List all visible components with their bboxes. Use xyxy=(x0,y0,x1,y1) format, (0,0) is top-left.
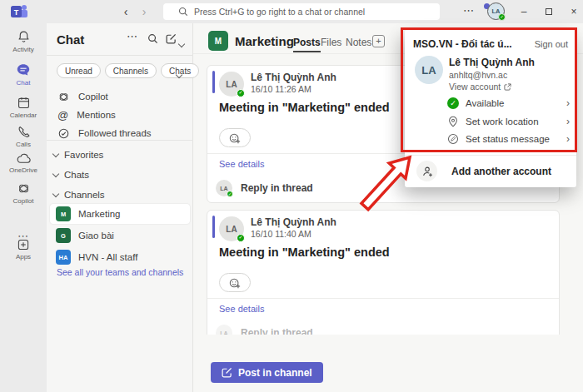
section-label: Favorites xyxy=(64,150,103,160)
chevron-down-icon xyxy=(52,190,59,196)
chat-list-panel: Chat ⋯ Unread Channels Chats xyxy=(47,23,193,392)
apps-icon xyxy=(17,238,30,251)
user-name: Lê Thị Quỳnh Anh xyxy=(449,57,535,68)
chat-bubble-icon xyxy=(16,62,31,77)
title-bar: T ‹ › Press Ctrl+G to go right to a chat… xyxy=(0,0,583,23)
rail-label: Copilot xyxy=(13,197,34,205)
shortcut-mentions[interactable]: @ Mentions xyxy=(47,106,193,124)
profile-avatar-button[interactable]: LA ✓ xyxy=(487,2,505,20)
avatar-initials: LA xyxy=(220,330,227,335)
close-button[interactable]: × xyxy=(565,2,583,21)
rail-item-calendar[interactable]: Calendar xyxy=(0,96,47,119)
presence-available-icon: ✓ xyxy=(498,13,506,21)
chat-more-button[interactable]: ⋯ xyxy=(127,30,137,42)
titlebar-more-button[interactable]: ⋯ xyxy=(463,4,475,17)
location-pin-icon xyxy=(447,116,459,127)
rail-item-copilot[interactable]: Copilot xyxy=(0,181,47,205)
see-details-link[interactable]: See details xyxy=(219,304,264,314)
divider xyxy=(405,155,576,156)
divider xyxy=(207,298,559,299)
shortcut-copilot[interactable]: Copilot xyxy=(47,87,193,106)
maximize-button[interactable] xyxy=(540,2,558,21)
set-work-location-item[interactable]: Set work location › xyxy=(447,113,570,130)
rail-item-chat[interactable]: Chat xyxy=(0,62,47,87)
tab-files[interactable]: Files xyxy=(321,37,341,48)
channel-item-marketing[interactable]: M Marketing xyxy=(50,204,190,224)
reply-label: Reply in thread xyxy=(241,327,313,335)
channel-item-giao-bai[interactable]: G Giao bài xyxy=(50,226,190,246)
shortcut-label: Followed threads xyxy=(78,128,152,138)
post-button-label: Post in channel xyxy=(238,367,312,379)
filter-channels[interactable]: Channels xyxy=(105,63,157,78)
reply-label: Reply in thread xyxy=(241,182,313,194)
reply-in-thread[interactable]: LA ✓ Reply in thread xyxy=(216,180,313,196)
tab-posts[interactable]: Posts xyxy=(293,37,321,52)
nav-back-button[interactable]: ‹ xyxy=(118,3,133,20)
menu-item-label: Available xyxy=(466,98,560,108)
chevron-right-icon: › xyxy=(566,97,570,109)
nav-forward-button[interactable]: › xyxy=(137,3,152,20)
view-account-link[interactable]: View account xyxy=(449,82,511,92)
tab-notes[interactable]: Notes xyxy=(346,37,371,48)
add-reaction-button[interactable] xyxy=(219,273,251,292)
view-account-label: View account xyxy=(449,82,501,92)
add-another-account-item[interactable]: Add another account xyxy=(416,161,551,181)
message-timestamp: 16/10 11:26 AM xyxy=(251,84,311,94)
external-link-icon xyxy=(504,83,511,91)
status-available-item[interactable]: ✓ Available › xyxy=(447,95,570,112)
avatar: LA xyxy=(216,325,232,335)
search-icon xyxy=(147,33,158,44)
new-chat-chevron-icon[interactable] xyxy=(179,35,184,50)
filter-unread[interactable]: Unread xyxy=(57,63,101,78)
search-icon xyxy=(178,7,188,17)
channel-header-avatar: M xyxy=(208,31,228,51)
rail-item-activity[interactable]: Activity xyxy=(0,30,47,53)
filters-chevron-icon[interactable] xyxy=(177,66,182,81)
minimize-button[interactable]: – xyxy=(515,2,533,21)
rail-item-onedrive[interactable]: OneDrive xyxy=(0,152,47,174)
calendar-icon xyxy=(17,96,31,110)
add-tab-button[interactable]: + xyxy=(372,35,385,47)
presence-available-icon: ✓ xyxy=(237,89,245,97)
channel-name: Giao bài xyxy=(78,231,114,241)
compose-icon xyxy=(166,33,177,44)
rail-item-apps[interactable]: Apps xyxy=(0,238,47,261)
person-add-icon xyxy=(416,161,437,181)
see-all-teams-link[interactable]: See all your teams and channels xyxy=(57,267,183,277)
channel-item-hvn-all-staff[interactable]: HA HVN - All staff xyxy=(50,247,190,267)
new-chat-button[interactable] xyxy=(166,33,177,44)
section-channels[interactable]: Channels xyxy=(47,186,193,203)
set-status-message-item[interactable]: Set status message › xyxy=(447,131,570,147)
chevron-down-icon xyxy=(52,150,59,156)
message-card: LA ✓ Lê Thị Quỳnh Anh 16/10 11:40 AM Mee… xyxy=(207,210,560,335)
avatar: LA ✓ xyxy=(219,72,244,97)
add-reaction-button[interactable] xyxy=(219,128,251,147)
section-favorites[interactable]: Favorites xyxy=(47,146,193,163)
message-timestamp: 16/10 11:40 AM xyxy=(251,229,311,239)
rail-item-calls[interactable]: Calls xyxy=(0,125,47,148)
teams-window: T ‹ › Press Ctrl+G to go right to a chat… xyxy=(0,0,583,392)
post-in-channel-button[interactable]: Post in channel xyxy=(211,362,323,383)
unread-accent-bar xyxy=(212,216,215,238)
chat-search-button[interactable] xyxy=(147,33,158,44)
global-search-input[interactable]: Press Ctrl+G to go right to a chat or ch… xyxy=(163,3,440,20)
reply-in-thread[interactable]: LA Reply in thread xyxy=(216,325,313,335)
shortcut-label: Copilot xyxy=(78,92,108,102)
channel-avatar: G xyxy=(56,228,71,243)
phone-icon xyxy=(17,125,31,139)
rail-label: Activity xyxy=(12,46,33,53)
account-menu: MSO.VN - Đối tác ú... Sign out LA Lê Thị… xyxy=(405,30,576,187)
status-message-icon xyxy=(447,133,459,145)
emoji-add-icon xyxy=(228,132,242,144)
presence-available-icon: ✓ xyxy=(237,234,245,242)
message-body: Meeting in "Marketing" ended xyxy=(219,246,390,259)
see-details-link[interactable]: See details xyxy=(219,159,264,169)
sign-out-button[interactable]: Sign out xyxy=(535,39,568,49)
followed-threads-icon xyxy=(57,127,70,140)
avatar: LA ✓ xyxy=(216,180,232,196)
message-body: Meeting in "Marketing" ended xyxy=(219,101,390,114)
message-author: Lê Thị Quỳnh Anh xyxy=(251,216,336,228)
copilot-icon xyxy=(57,91,70,103)
rail-label: OneDrive xyxy=(9,166,37,174)
section-chats[interactable]: Chats xyxy=(47,166,193,183)
